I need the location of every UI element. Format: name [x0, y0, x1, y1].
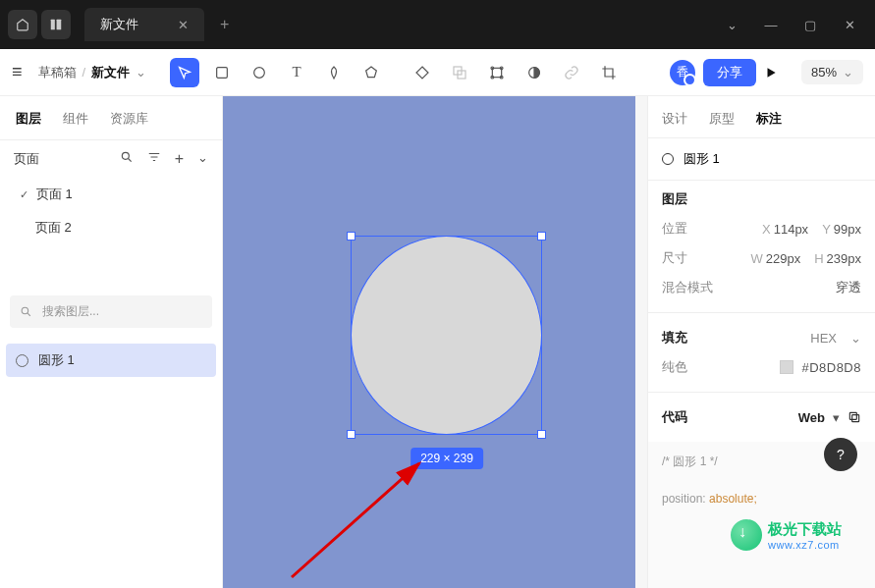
layer-item-label: 圆形 1 [38, 351, 75, 369]
ellipse-tool[interactable] [245, 58, 274, 87]
svg-rect-16 [849, 412, 856, 419]
file-tab-label: 新文件 [100, 16, 138, 33]
color-swatch[interactable] [780, 360, 793, 374]
annotation-arrow [282, 450, 439, 587]
resize-handle-tr[interactable] [537, 232, 546, 241]
circle-icon [16, 354, 28, 367]
svg-rect-15 [852, 415, 859, 422]
diamond-tool[interactable] [408, 58, 437, 87]
pen-tool[interactable] [319, 58, 349, 87]
chevron-down-icon[interactable]: ⌄ [197, 150, 208, 168]
svg-rect-2 [217, 67, 228, 78]
boolean-tool[interactable] [445, 58, 474, 87]
section-title: 填充 [662, 329, 687, 347]
row-blend: 混合模式 穿透 [662, 273, 861, 302]
tab-annotate[interactable]: 标注 [756, 110, 782, 128]
files-icon[interactable] [41, 10, 71, 39]
page-item-label: 页面 1 [36, 186, 73, 203]
tab-components[interactable]: 组件 [63, 110, 88, 128]
resize-handle-bl[interactable] [347, 430, 355, 439]
left-panel-tabs: 图层 组件 资源库 [0, 96, 222, 139]
titlebar-left: 新文件 ✕ + [8, 8, 229, 41]
svg-line-14 [292, 463, 419, 577]
circle-icon [662, 153, 674, 165]
window-titlebar: 新文件 ✕ + ⌄ — ▢ ✕ [0, 0, 875, 49]
fill-hex[interactable]: #D8D8D8 [801, 360, 861, 375]
tab-design[interactable]: 设计 [662, 110, 687, 128]
tab-prototype[interactable]: 原型 [709, 110, 735, 128]
share-button[interactable]: 分享 [703, 59, 756, 86]
link-tool[interactable] [557, 58, 586, 87]
right-panel-tabs: 设计 原型 标注 [648, 96, 875, 137]
code-platform[interactable]: Web [798, 410, 825, 425]
breadcrumb-file[interactable]: 新文件 [91, 64, 130, 81]
svg-point-12 [122, 152, 129, 159]
layer-item[interactable]: 圆形 1 [6, 344, 216, 377]
breadcrumb-root[interactable]: 草稿箱 [38, 64, 77, 81]
play-button[interactable] [764, 66, 793, 80]
chevron-down-icon[interactable]: ⌄ [850, 331, 861, 346]
svg-point-3 [254, 67, 265, 78]
text-tool[interactable]: T [282, 58, 311, 87]
code-block[interactable]: ? /* 圆形 1 */ position: absolute; [648, 442, 875, 588]
main-toolbar: ≡ 草稿箱 / 新文件 ⌄ T 香 分享 85% ⌄ [0, 49, 875, 96]
rectangle-tool[interactable] [207, 58, 237, 87]
section-fill: 填充 HEX ⌄ 纯色 #D8D8D8 [648, 312, 875, 392]
page-item[interactable]: 页面 2 [0, 211, 222, 244]
zoom-dropdown[interactable]: 85% ⌄ [801, 60, 863, 84]
resize-handle-br[interactable] [537, 430, 546, 439]
svg-point-13 [22, 307, 28, 314]
svg-rect-6 [492, 68, 501, 77]
move-tool[interactable] [170, 58, 199, 87]
resize-handle-tl[interactable] [347, 232, 355, 241]
left-panel: 图层 组件 资源库 页面 + ⌄ ✓ 页面 1 页面 2 搜索图层... [0, 96, 223, 588]
canvas[interactable]: 229 × 239 [223, 96, 647, 588]
check-icon: ✓ [20, 188, 28, 201]
page-item-label: 页面 2 [35, 219, 72, 237]
polygon-tool[interactable] [356, 58, 386, 87]
right-panel: 设计 原型 标注 圆形 1 图层 位置 X114px Y99px 尺寸 W [647, 96, 875, 588]
page-item[interactable]: ✓ 页面 1 [0, 178, 222, 211]
section-title: 图层 [662, 190, 861, 214]
tab-layers[interactable]: 图层 [16, 110, 41, 128]
pages-label: 页面 [14, 150, 39, 168]
pages-header: 页面 + ⌄ [0, 140, 222, 178]
chevron-down-icon[interactable]: ⌄ [722, 18, 741, 32]
home-icon[interactable] [8, 10, 37, 39]
tool-group-primary: T [170, 58, 386, 87]
chevron-down-icon: ⌄ [843, 65, 853, 80]
tab-assets[interactable]: 资源库 [110, 110, 148, 128]
fill-row: 纯色 #D8D8D8 [662, 352, 861, 382]
close-window-icon[interactable]: ✕ [840, 18, 859, 32]
fill-mode-label[interactable]: HEX [810, 331, 837, 346]
maximize-icon[interactable]: ▢ [800, 18, 820, 32]
object-name: 圆形 1 [684, 150, 720, 168]
close-icon[interactable]: ✕ [178, 18, 189, 32]
search-placeholder: 搜索图层... [42, 303, 99, 320]
filter-icon[interactable] [147, 150, 161, 168]
row-size: 尺寸 W229px H239px [662, 243, 861, 273]
add-page-icon[interactable]: + [175, 150, 184, 168]
crop-tool[interactable] [594, 58, 624, 87]
row-position: 位置 X114px Y99px [662, 214, 861, 243]
menu-icon[interactable]: ≡ [12, 62, 23, 82]
help-fab[interactable]: ? [824, 438, 857, 471]
section-title: 代码 [662, 408, 687, 426]
file-tab[interactable]: 新文件 ✕ [84, 8, 204, 41]
chevron-down-icon[interactable]: ▾ [833, 410, 840, 425]
chevron-down-icon[interactable]: ⌄ [136, 65, 146, 80]
new-tab-button[interactable]: + [220, 16, 229, 33]
mask-tool[interactable] [520, 58, 549, 87]
selection-box[interactable] [351, 236, 542, 435]
blend-value[interactable]: 穿透 [836, 279, 861, 296]
tool-group-secondary [408, 58, 624, 87]
user-avatar[interactable]: 香 [670, 60, 695, 85]
minimize-icon[interactable]: — [761, 18, 781, 32]
breadcrumb-sep: / [82, 65, 86, 80]
copy-icon[interactable] [848, 410, 861, 424]
frame-tool[interactable] [482, 58, 512, 87]
layer-search-input[interactable]: 搜索图层... [10, 295, 212, 328]
svg-rect-0 [51, 20, 55, 30]
breadcrumb: 草稿箱 / 新文件 ⌄ [38, 64, 147, 81]
search-icon[interactable] [120, 150, 134, 168]
